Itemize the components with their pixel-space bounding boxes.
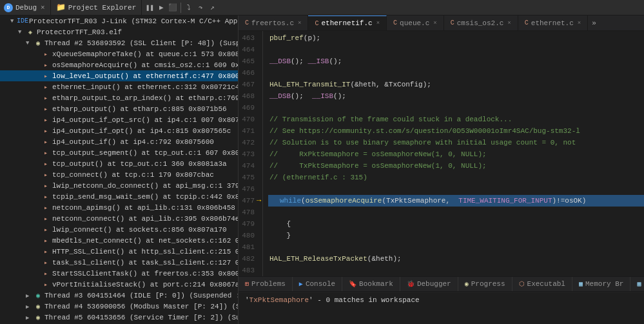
tree-item[interactable]: ▸lwip_connect() at sockets.c:856 0x807a1… (0, 224, 238, 235)
code-line (268, 67, 644, 79)
tree-item[interactable]: ▸ip4_output_if_opt_src() at ip4.c:1 007 … (0, 114, 238, 125)
code-line: // (ethernetif.c : 315) (268, 172, 644, 183)
tree-arrow (34, 161, 40, 167)
tree-item[interactable]: ▼◈ProtectorTFT_R03.elf (0, 26, 238, 37)
tree-item-label: mbedtls_net_connect() at net_sockets.c:1… (52, 237, 238, 245)
bottom-tab-bookmark[interactable]: 🔖Bookmark (342, 277, 400, 291)
tree-item-label: Thread #5 604153656 (Service Timer [P: 2… (44, 314, 238, 321)
code-editor[interactable]: 4634644654664674684694704714724734744754… (239, 31, 644, 276)
match-text: 'TxPktSemaphore' - 0 matches in workspac… (245, 296, 420, 304)
tree-arrow (34, 205, 40, 211)
tree-item[interactable]: ▸low_level_output() at ethernetif.c:477 … (0, 70, 238, 81)
file-tab-icon: C (393, 19, 397, 26)
toolbar-stop[interactable]: ⬛ (168, 3, 178, 13)
file-tab-ethernetc[interactable]: Cethernet.c× (518, 15, 588, 30)
bottom-tab-memory[interactable]: ▦Memory (630, 277, 644, 291)
tree-arrow (34, 183, 40, 189)
tree-item[interactable]: ▸StartSSLClientTask() at freertos.c:353 … (0, 268, 238, 279)
file-tab-close[interactable]: × (507, 20, 511, 26)
tree-item[interactable]: ▸xQueueSemaphoreTake() at queue.c:1 573 … (0, 48, 238, 59)
tree-item[interactable]: ▸task_ssl_client() at task_ssl_client.c:… (0, 257, 238, 268)
code-line: pbuf_ref(p); (268, 32, 644, 44)
bottom-tab-problems[interactable]: ⊞Problems (239, 277, 293, 291)
tree-arrow (34, 84, 40, 90)
project-explorer-tab[interactable]: 📁 Project Explorer (51, 0, 142, 15)
file-tab-ethernetifc[interactable]: Cethernetif.c× (308, 15, 387, 30)
tree-item-label: etharp_output_to_arp_index() at etharp.c… (52, 94, 238, 102)
toolbar-step-over[interactable]: ↷ (195, 3, 206, 13)
tree-item[interactable]: ▸ip4_output_if_opt() at ip4.c:815 0x8075… (0, 125, 238, 136)
bottom-tab-debugger[interactable]: 🐞Debugger (400, 277, 458, 291)
file-tab-close[interactable]: × (376, 20, 380, 26)
tab-overflow[interactable]: » (588, 19, 600, 27)
tree-item-icon: ▸ (41, 105, 50, 114)
toolbar-step-into[interactable]: ⤵ (184, 3, 194, 13)
tree-arrow (34, 95, 40, 101)
tree-item[interactable]: ▸ethernet_input() at ethernet.c:312 0x80… (0, 81, 238, 92)
tree-item[interactable]: ▸osSemaphoreAcquire() at cmsis_os2.c:1 6… (0, 59, 238, 70)
line-number: 480 (239, 230, 257, 241)
debug-tab[interactable]: D Debug × (0, 0, 51, 15)
tree-item[interactable]: ▸tcpip_send_msg_wait_sem() at tcpip.c:44… (0, 191, 238, 202)
file-tab-cmsis_os2c[interactable]: Ccmsis_os2.c× (444, 15, 518, 30)
tree-item[interactable]: ▶◉Thread #3 604151464 (IDLE [P: 0]) (Sus… (0, 290, 238, 301)
code-line: __DSB(); __ISB(); (268, 90, 644, 102)
file-tab-queuec[interactable]: Cqueue.c× (387, 15, 444, 30)
tree-item[interactable]: ▸tcp_output_segment() at tcp_out.c:1 607… (0, 147, 238, 158)
tree-item[interactable]: ▼◉Thread #2 536893592 (SSL Client [P: 48… (0, 37, 238, 48)
tree-arrow (34, 139, 40, 145)
bottom-tab-memorybr[interactable]: ▦Memory Br (572, 277, 630, 291)
bottom-tab-progress[interactable]: ◉Progress (458, 277, 512, 291)
tree-item-label: lwip_netconn_do_connect() at api_msg.c:1… (52, 182, 238, 190)
tree-item[interactable]: ▸HTTP_SSL_Client() at http_ssl_client.c:… (0, 246, 238, 257)
toolbar-resume[interactable]: ▶ (156, 3, 166, 13)
bottom-tab-console[interactable]: ▶Console (293, 277, 342, 291)
code-line (268, 183, 644, 195)
file-tab-close[interactable]: × (433, 20, 436, 26)
tree-item[interactable]: ▸netconn_apimsg() at api_lib.c:131 0x806… (0, 202, 238, 213)
toolbar-step-return[interactable]: ↗ (207, 3, 217, 13)
tree-item[interactable]: ▸etharp_output_to_arp_index() at etharp.… (0, 92, 238, 103)
tree-item[interactable]: ▸etharp_output() at etharp.c:885 0x8071b… (0, 103, 238, 114)
tree-item-icon: ▸ (41, 148, 50, 157)
debug-close[interactable]: × (39, 4, 46, 12)
tree-arrow: ▼ (26, 40, 32, 46)
toolbar-pause[interactable]: ❚❚ (144, 3, 155, 13)
tree-arrow (34, 51, 40, 57)
tree-item-icon: ◉ (34, 291, 43, 300)
tree-item-label: ProtectorTFT_R03 J-Link (STM32 Cortex-M … (29, 17, 238, 25)
tree-item[interactable]: ▸lwip_netconn_do_connect() at api_msg.c:… (0, 180, 238, 191)
tree-item-label: lwip_connect() at sockets.c:856 0x807a17… (52, 226, 227, 234)
tree-item[interactable]: ▶◉Thread #5 604153656 (Service Timer [P:… (0, 312, 238, 323)
tree-item[interactable]: ▸tcp_connect() at tcp.c:1 179 0x807cbac (0, 169, 238, 180)
bottom-tab-label: Memory Br (585, 280, 623, 288)
file-tab-close[interactable]: × (578, 20, 581, 26)
tree-item[interactable]: ▼IDEProtectorTFT_R03 J-Link (STM32 Corte… (0, 15, 238, 26)
tree-item[interactable]: ▸mbedtls_net_connect() at net_sockets.c:… (0, 235, 238, 246)
code-line: { (268, 218, 644, 230)
tree-item-label: ProtectorTFT_R03.elf (37, 28, 122, 36)
tree-arrow (34, 248, 40, 255)
debug-stack-panel[interactable]: ▼IDEProtectorTFT_R03 J-Link (STM32 Corte… (0, 15, 239, 324)
file-tab-close[interactable]: × (298, 20, 301, 26)
tree-item-label: low_level_output() at ethernetif.c:477 0… (52, 72, 238, 80)
tree-item[interactable]: ▶◉Thread #4 536900056 (Modbus Master [P:… (0, 301, 238, 312)
code-line: } (268, 230, 644, 241)
tree-item-icon: ▸ (41, 159, 50, 168)
line-number: 472 (239, 137, 257, 148)
tree-item[interactable]: ▸ip4_output_if() at ip4.c:792 0x8075600 (0, 136, 238, 147)
tree-item-icon: ◈ (26, 28, 35, 37)
tree-item-icon: ▸ (41, 94, 50, 103)
code-line: // Transmission of the frame could stuck… (268, 114, 644, 125)
tree-item-icon: ▸ (41, 258, 50, 267)
line-number: 481 (239, 241, 257, 253)
bottom-tab-label: Console (306, 280, 335, 288)
code-content: 4634644654664674684694704714724734744754… (239, 31, 644, 276)
tree-item[interactable]: ▸tcp_output() at tcp_out.c:1 360 0x8081a… (0, 158, 238, 169)
tree-item[interactable]: ▸netconn_connect() at api_lib.c:395 0x80… (0, 213, 238, 224)
tree-item-icon: ▸ (41, 116, 50, 125)
file-tab-freertosc[interactable]: Cfreertos.c× (239, 15, 308, 30)
tree-item[interactable]: ▸vPortInitialiseStack() at port.c:214 0x… (0, 279, 238, 290)
bottom-tab-executabl[interactable]: ⬡Executabl (512, 277, 572, 291)
tree-arrow (34, 270, 40, 277)
